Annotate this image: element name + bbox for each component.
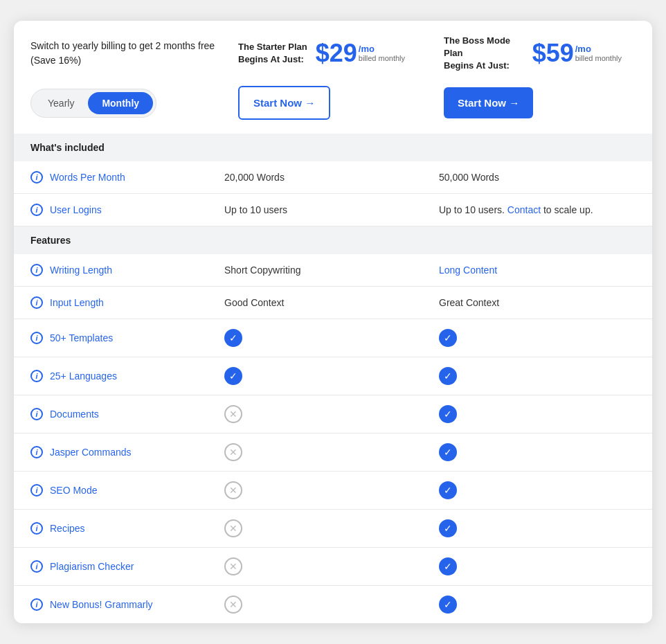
boss-writing: Long Content [439,265,497,276]
info-icon[interactable]: i [30,598,43,611]
starter-words: 20,000 Words [224,172,285,183]
starter-cta-area: Start Now → [224,86,430,120]
starter-writing: Short Copywriting [224,265,301,276]
feature-name-grammarly: i New Bonus! Grammarly [30,598,191,611]
x-icon: ✕ [224,443,242,461]
table-row: i Documents ✕ ✓ [14,395,652,433]
starter-input: Good Context [224,297,284,308]
check-icon: ✓ [439,367,457,385]
boss-price-amount: $59 [532,41,574,66]
pricing-card: Switch to yearly billing to get 2 months… [14,21,652,624]
table-row: i Jasper Commands ✕ ✓ [14,433,652,472]
table-row: i Plagiarism Checker ✕ ✓ [14,548,652,586]
feature-name-words: i Words Per Month [30,171,191,184]
feature-name-recipes: i Recipes [30,522,191,535]
x-icon: ✕ [224,557,242,575]
feature-name-commands: i Jasper Commands [30,446,191,458]
check-icon: ✓ [439,557,457,575]
feature-name-languages: i 25+ Languages [30,370,191,382]
x-icon: ✕ [224,519,242,537]
starter-logins: Up to 10 users [224,204,287,215]
whats-included-header-row: What's included [14,134,652,161]
billing-toggle: Yearly Monthly [30,89,224,118]
check-icon: ✓ [439,405,457,423]
info-icon[interactable]: i [30,560,43,573]
check-icon: ✓ [439,329,457,347]
table-row: i Writing Length Short Copywriting Long … [14,254,652,287]
table-row: i Recipes ✕ ✓ [14,510,652,548]
features-table: What's included i Words Per Month 20,000… [14,134,652,623]
info-icon[interactable]: i [30,204,43,216]
feature-name-logins: i User Logins [30,204,191,216]
feature-name-plagiarism: i Plagiarism Checker [30,560,191,573]
contact-link[interactable]: Contact [507,204,541,215]
features-header-row: Features [14,226,652,255]
yearly-toggle-btn[interactable]: Yearly [34,92,88,114]
table-row: i 25+ Languages ✓ ✓ [14,357,652,395]
boss-per-mo: /mo [575,44,622,54]
starter-per-mo: /mo [359,44,405,54]
table-row: i Words Per Month 20,000 Words 50,000 Wo… [14,161,652,194]
boss-words: 50,000 Words [439,172,499,183]
check-icon: ✓ [224,329,242,347]
monthly-toggle-btn[interactable]: Monthly [88,92,153,114]
check-icon: ✓ [224,367,242,385]
starter-section: The Starter PlanBegins At Just: $29 /mo … [224,41,430,66]
boss-section: The Boss Mode PlanBegins At Just: $59 /m… [430,35,636,73]
info-icon[interactable]: i [30,408,43,420]
whats-included-label: What's included [14,134,652,161]
features-label: Features [14,226,652,255]
feature-name-templates: i 50+ Templates [30,332,191,344]
x-icon: ✕ [224,596,242,614]
feature-name-writing: i Writing Length [30,264,191,276]
starter-plan-label: The Starter PlanBegins At Just: [238,41,307,66]
x-icon: ✕ [224,481,242,499]
check-icon: ✓ [439,443,457,461]
boss-price-display: $59 /mo billed monthly [532,41,622,66]
toggle-container: Yearly Monthly [30,89,156,118]
starter-price-amount: $29 [316,41,357,66]
x-icon: ✕ [224,405,242,423]
top-banner: Switch to yearly billing to get 2 months… [14,21,652,87]
boss-cta-button[interactable]: Start Now → [444,87,533,118]
boss-cta-area: Start Now → [430,87,636,118]
feature-name-documents: i Documents [30,408,191,420]
feature-name-seo: i SEO Mode [30,484,191,497]
starter-billed: billed monthly [359,54,405,62]
boss-billed: billed monthly [575,54,622,62]
banner-text: Switch to yearly billing to get 2 months… [30,39,224,68]
info-icon[interactable]: i [30,171,43,184]
info-icon[interactable]: i [30,264,43,276]
feature-name-input: i Input Length [30,296,191,309]
starter-cta-button[interactable]: Start Now → [238,86,330,120]
info-icon[interactable]: i [30,522,43,535]
info-icon[interactable]: i [30,332,43,344]
table-row: i New Bonus! Grammarly ✕ ✓ [14,586,652,624]
toggle-area: Yearly Monthly [30,89,224,118]
info-icon[interactable]: i [30,296,43,309]
table-row: i User Logins Up to 10 users Up to 10 us… [14,194,652,226]
boss-price-suffix: /mo billed monthly [575,41,622,62]
info-icon[interactable]: i [30,446,43,458]
boss-input: Great Context [439,297,499,308]
info-icon[interactable]: i [30,370,43,382]
check-icon: ✓ [439,596,457,614]
check-icon: ✓ [439,519,457,537]
starter-price-suffix: /mo billed monthly [359,41,405,62]
boss-plan-label: The Boss Mode PlanBegins At Just: [444,35,524,73]
table-row: i Input Length Good Context Great Contex… [14,287,652,319]
table-row: i SEO Mode ✕ ✓ [14,472,652,510]
check-icon: ✓ [439,481,457,499]
info-icon[interactable]: i [30,484,43,497]
starter-price-display: $29 /mo billed monthly [316,41,405,66]
table-row: i 50+ Templates ✓ ✓ [14,319,652,357]
boss-logins: Up to 10 users. Contact to scale up. [439,204,593,215]
